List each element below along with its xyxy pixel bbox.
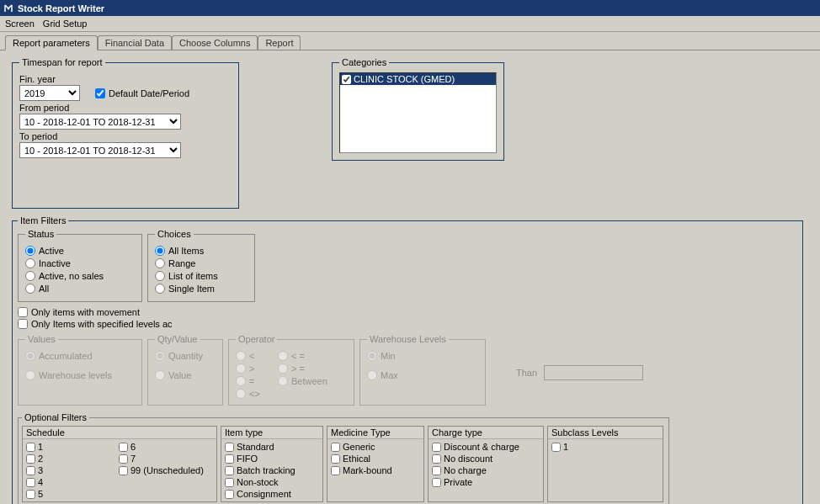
sched-2[interactable]: 2 <box>26 453 119 464</box>
qty-value: Value <box>155 369 216 381</box>
sched-5[interactable]: 5 <box>26 488 119 500</box>
sub-1[interactable]: 1 <box>551 441 659 453</box>
timespan-group: Timespan for report Fin. year 2019 Defau… <box>12 57 239 209</box>
status-active[interactable]: Active <box>25 244 135 257</box>
ct-discount-charge[interactable]: Discount & charge <box>432 441 540 453</box>
sched-7[interactable]: 7 <box>119 453 211 464</box>
ct-no-discount[interactable]: No discount <box>432 453 540 464</box>
it-consign[interactable]: Consignment <box>225 488 319 500</box>
only-levels-checkbox[interactable]: Only Items with specified levels ac <box>18 319 173 329</box>
fin-year-select[interactable]: 2019 <box>19 85 80 101</box>
subclass-header: Subclass Levels <box>548 427 663 439</box>
values-legend: Values <box>25 334 58 344</box>
values-accumulated: Accumulated <box>25 349 135 362</box>
item-filters-group: Item Filters Status Active Inactive Acti… <box>12 215 803 504</box>
default-date-checkbox[interactable]: Default Date/Period <box>95 88 189 98</box>
med-generic[interactable]: Generic <box>331 441 420 453</box>
choice-range[interactable]: Range <box>155 257 248 269</box>
op-eq: = <box>236 374 278 387</box>
to-period-select[interactable]: 10 - 2018-12-01 TO 2018-12-31 <box>19 142 181 158</box>
fin-year-label: Fin. year <box>19 74 232 84</box>
it-batch[interactable]: Batch tracking <box>225 464 319 476</box>
than-input <box>544 365 643 380</box>
categories-list[interactable]: CLINIC STOCK (GMED) <box>339 72 497 153</box>
tab-report[interactable]: Report <box>258 35 301 50</box>
optional-legend: Optional Filters <box>22 412 89 422</box>
status-inactive[interactable]: Inactive <box>25 257 135 269</box>
to-period-label: To period <box>19 131 232 141</box>
tab-financial-data[interactable]: Financial Data <box>98 35 172 50</box>
titlebar: Stock Report Writer <box>0 0 820 16</box>
wh-max: Max <box>367 369 478 381</box>
operator-group: Operator < < = > > = = Between <> <box>228 334 354 406</box>
chargetype-box: Charge type Discount & charge No discoun… <box>428 426 544 502</box>
sched-4[interactable]: 4 <box>26 476 119 488</box>
category-item[interactable]: CLINIC STOCK (GMED) <box>340 73 496 85</box>
status-active-nosales[interactable]: Active, no sales <box>25 269 135 282</box>
medtype-header: Medicine Type <box>327 427 423 439</box>
med-ethical[interactable]: Ethical <box>331 453 420 464</box>
chargetype-header: Charge type <box>429 427 543 439</box>
item-filters-legend: Item Filters <box>18 215 68 225</box>
choices-legend: Choices <box>155 229 194 239</box>
it-nonstock[interactable]: Non-stock <box>225 476 319 488</box>
schedule-header: Schedule <box>23 427 216 439</box>
tab-choose-columns[interactable]: Choose Columns <box>172 35 258 50</box>
qty-quantity: Quantity <box>155 349 216 362</box>
op-lt: < <box>236 349 278 362</box>
ct-no-charge[interactable]: No charge <box>432 464 540 476</box>
values-group: Values Accumulated Warehouse levels <box>18 334 142 406</box>
op-neq: <> <box>236 387 278 400</box>
choices-group: Choices All Items Range List of items Si… <box>147 229 255 302</box>
status-group: Status Active Inactive Active, no sales … <box>18 229 142 302</box>
med-markbound[interactable]: Mark-bound <box>331 464 420 476</box>
only-movement-checkbox[interactable]: Only items with movement <box>18 307 140 317</box>
from-period-select[interactable]: 10 - 2018-12-01 TO 2018-12-31 <box>19 114 181 130</box>
status-legend: Status <box>25 229 56 239</box>
sched-1[interactable]: 1 <box>26 441 119 453</box>
tabbar: Report parameters Financial Data Choose … <box>0 32 820 50</box>
sched-3[interactable]: 3 <box>26 464 119 476</box>
warehouse-legend: Warehouse Levels <box>367 334 449 344</box>
sched-99[interactable]: 99 (Unscheduled) <box>119 464 211 476</box>
choice-single[interactable]: Single Item <box>155 282 248 294</box>
category-checkbox[interactable] <box>342 75 351 84</box>
menu-screen[interactable]: Screen <box>5 19 35 29</box>
wh-min: Min <box>367 349 478 362</box>
qty-legend: Qty/Value <box>155 334 200 344</box>
choice-list[interactable]: List of items <box>155 269 248 282</box>
ct-private[interactable]: Private <box>432 476 540 488</box>
op-between: Between <box>278 374 337 387</box>
status-all[interactable]: All <box>25 282 135 294</box>
itemtype-header: Item type <box>221 427 322 439</box>
op-lte: < = <box>278 349 337 362</box>
app-icon <box>3 3 14 14</box>
subclass-box: Subclass Levels 1 <box>547 426 663 502</box>
menubar: Screen Grid Setup <box>0 16 820 32</box>
optional-filters-group: Optional Filters Schedule 1 2 3 4 5 6 <box>18 412 669 504</box>
values-warehouse: Warehouse levels <box>25 369 135 381</box>
schedule-box: Schedule 1 2 3 4 5 6 7 99 (Unscheduled <box>22 426 217 502</box>
categories-legend: Categories <box>339 57 389 67</box>
from-period-label: From period <box>19 103 232 113</box>
op-gt: > <box>236 362 278 374</box>
window-title: Stock Report Writer <box>18 3 104 13</box>
qty-group: Qty/Value Quantity Value <box>147 334 223 406</box>
than-label: Than <box>516 368 537 378</box>
choice-all[interactable]: All Items <box>155 244 248 257</box>
tab-report-parameters[interactable]: Report parameters <box>5 35 98 50</box>
warehouse-group: Warehouse Levels Min Max <box>359 334 486 406</box>
timespan-legend: Timespan for report <box>19 57 105 67</box>
menu-grid-setup[interactable]: Grid Setup <box>43 19 88 29</box>
operator-legend: Operator <box>236 334 277 344</box>
categories-group: Categories CLINIC STOCK (GMED) <box>332 57 504 161</box>
it-fifo[interactable]: FIFO <box>225 453 319 464</box>
sched-6[interactable]: 6 <box>119 441 211 453</box>
itemtype-box: Item type Standard FIFO Batch tracking N… <box>221 426 323 502</box>
op-gte: > = <box>278 362 337 374</box>
medtype-box: Medicine Type Generic Ethical Mark-bound <box>327 426 424 502</box>
than-group: Than <box>516 339 643 406</box>
it-standard[interactable]: Standard <box>225 441 319 453</box>
